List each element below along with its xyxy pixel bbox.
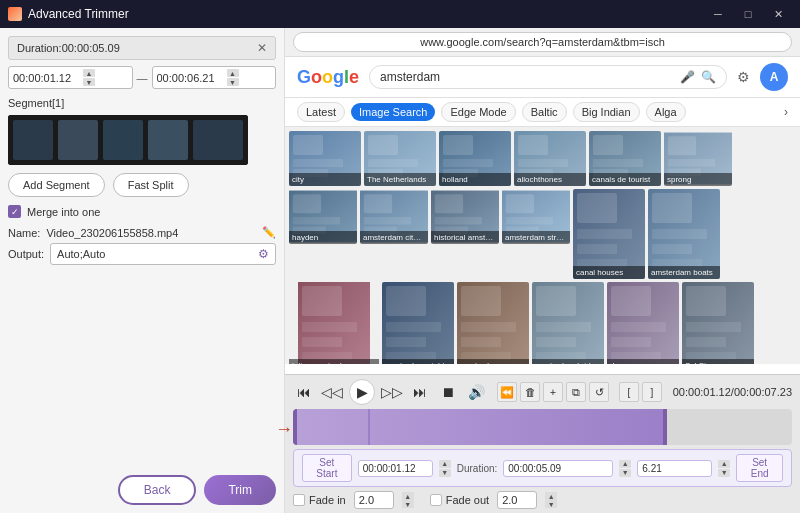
image-cell[interactable]: amsterdam city centre [360,189,428,244]
image-cell[interactable]: city [289,131,361,186]
set-end-button[interactable]: Set End [736,454,783,482]
image-cell[interactable]: historical amsterdam [431,189,499,244]
back-button[interactable]: Back [118,475,197,505]
minimize-button[interactable]: ─ [704,3,732,25]
forward-button[interactable]: ▷▷ [381,381,403,403]
maximize-button[interactable]: □ [734,3,762,25]
rewind-button[interactable]: ◁◁ [321,381,343,403]
fade-out-checkbox[interactable] [430,494,442,506]
filter-tab-baltic[interactable]: Baltic [522,102,567,122]
svg-rect-23 [593,135,623,155]
image-cell[interactable]: amsterdam boats [648,189,720,279]
fade-in-checkbox[interactable] [293,494,305,506]
image-cell[interactable]: allochthones [514,131,586,186]
segment-duration-up[interactable]: ▲ [619,460,631,468]
timeline-track[interactable] [293,409,792,445]
segment-end-input[interactable] [637,460,712,477]
account-avatar[interactable]: A [760,63,788,91]
copy-button[interactable]: ⧉ [566,382,586,402]
output-select[interactable]: Auto;Auto ⚙ [50,243,276,265]
skip-back-button[interactable]: ⏮ [293,381,315,403]
lens-icon[interactable]: 🔍 [701,70,716,84]
reset-button[interactable]: ↺ [589,382,609,402]
stop-button[interactable]: ⏹ [437,381,459,403]
segment-start-down[interactable]: ▼ [439,469,451,477]
delete-segment-button[interactable]: 🗑 [520,382,540,402]
fade-in-down[interactable]: ▼ [402,500,414,508]
segment-duration-down[interactable]: ▼ [619,469,631,477]
play-button[interactable]: ▶ [349,379,375,405]
filter-tab-latest[interactable]: Latest [297,102,345,122]
segment-close-icon[interactable]: ✕ [257,41,267,55]
fade-out-input[interactable] [497,491,537,509]
fade-out-up[interactable]: ▲ [545,492,557,500]
filter-tab-alga[interactable]: Alga [646,102,686,122]
filter-tab-edge-mode[interactable]: Edge Mode [441,102,515,122]
merge-checkbox[interactable] [8,205,21,218]
gear-icon[interactable]: ⚙ [258,247,269,261]
search-query: amsterdam [380,70,674,84]
timeline-fill [293,409,667,445]
image-cell[interactable]: dam square [607,282,679,364]
fade-in-input[interactable] [354,491,394,509]
trim-button[interactable]: Trim [204,475,276,505]
fade-in-spinner: ▲ ▼ [402,492,414,508]
segment-duration-input[interactable] [503,460,613,477]
start-time-input[interactable] [13,72,83,84]
svg-rect-15 [443,135,473,155]
filter-tab-image-search[interactable]: Image Search [351,103,435,121]
arrow-indicator-right: → [275,419,293,440]
image-cell[interactable]: Sol Star [682,282,754,364]
image-cell[interactable]: amsterdam night [382,282,454,364]
playback-controls: ⏮ ◁◁ ▶ ▷▷ ⏭ ⏹ 🔊 ⏪ 🗑 + ⧉ ↺ [ ] 00:00: [293,379,792,405]
url-bar[interactable]: www.google.com/search?q=amsterdam&tbm=is… [293,32,792,52]
timeline-handle-right[interactable] [663,409,667,445]
image-cell[interactable]: canals de tourist [589,131,661,186]
settings-icon[interactable]: ⚙ [737,69,750,85]
add-button[interactable]: + [543,382,563,402]
start-time-up[interactable]: ▲ [83,69,95,77]
segment-end-up[interactable]: ▲ [718,460,730,468]
filter-tab-big-indian[interactable]: Big Indian [573,102,640,122]
filter-next-icon[interactable]: › [784,105,788,119]
svg-rect-57 [302,286,342,316]
set-start-button[interactable]: Set Start [302,454,352,482]
svg-rect-62 [386,286,426,316]
image-cell[interactable]: amsterdam streets [502,189,570,244]
close-button[interactable]: ✕ [764,3,792,25]
volume-button[interactable]: 🔊 [465,381,487,403]
svg-rect-31 [293,194,321,213]
frame-back-button[interactable]: ⏪ [497,382,517,402]
image-cell[interactable]: The Netherlands [364,131,436,186]
image-cell[interactable]: sprong [664,131,732,186]
svg-rect-32 [293,217,340,225]
image-cell[interactable]: canal houses [573,189,645,279]
fade-out-down[interactable]: ▼ [545,500,557,508]
image-cell[interactable]: holland [439,131,511,186]
fast-split-button[interactable]: Fast Split [113,173,189,197]
bracket-right-button[interactable]: ] [642,382,662,402]
image-cell[interactable]: hayden [289,189,357,244]
left-panel: Duration:00:00:05.09 ✕ ▲ ▼ — ▲ ▼ Se [0,28,285,513]
end-time-up[interactable]: ▲ [227,69,239,77]
image-cell[interactable]: amsterdam market [457,282,529,364]
time-display: 00:00:01.12/00:00:07.23 [673,386,792,398]
bracket-left-button[interactable]: [ [619,382,639,402]
end-time-down[interactable]: ▼ [227,78,239,86]
image-label: amsterdam market [457,359,529,364]
image-cell[interactable]: amsterdam bridge [532,282,604,364]
timeline-handle-left[interactable] [293,409,297,445]
skip-forward-button[interactable]: ⏭ [409,381,431,403]
fade-in-up[interactable]: ▲ [402,492,414,500]
segment-start-up[interactable]: ▲ [439,460,451,468]
add-segment-button[interactable]: Add Segment [8,173,105,197]
end-time-input[interactable] [157,72,227,84]
microphone-icon[interactable]: 🎤 [680,70,695,84]
segment-header: Duration:00:00:05.09 ✕ [8,36,276,60]
start-time-down[interactable]: ▼ [83,78,95,86]
image-cell[interactable]: tulips amsterdam [289,282,379,364]
segment-start-input[interactable] [358,460,433,477]
search-bar[interactable]: amsterdam 🎤 🔍 [369,65,727,89]
edit-icon[interactable]: ✏️ [262,226,276,239]
segment-end-down[interactable]: ▼ [718,469,730,477]
